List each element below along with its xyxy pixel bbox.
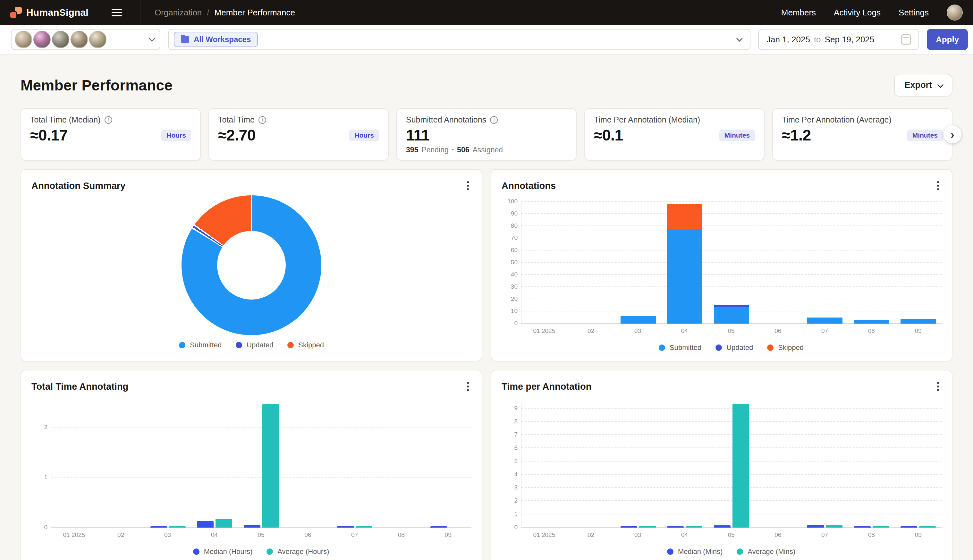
kebab-menu-icon[interactable] [935,380,941,393]
stat-value: ≈0.1 [594,127,623,144]
legend-item[interactable]: Skipped [287,341,324,349]
bar-slot [801,202,848,323]
y-axis-label: 1 [501,511,518,518]
bar-slot [708,403,755,528]
bar-slot [708,202,755,323]
nav-members[interactable]: Members [781,8,816,18]
bar [919,526,936,528]
stacked-bar [807,318,843,323]
stat-label: Submitted Annotations [406,115,486,125]
legend-item[interactable]: Updated [715,343,753,352]
nav-settings[interactable]: Settings [899,8,929,18]
workspace-chip[interactable]: All Workspaces [174,32,258,47]
stats-next-button[interactable]: › [943,125,961,143]
main-content: Member Performance Export Total Time (Me… [0,74,973,560]
breadcrumb-section[interactable]: Organization [155,8,202,18]
x-axis-label: 03 [615,327,661,335]
apply-button[interactable]: Apply [927,29,968,50]
x-axis-label: 01 2025 [51,532,98,538]
members-filter-select[interactable] [11,29,160,50]
export-button[interactable]: Export [894,74,953,97]
legend-item[interactable]: Median (Mins) [667,547,723,556]
bar [901,526,917,528]
bar [430,526,447,528]
info-icon[interactable]: i [490,116,498,124]
card-title: Time per Annotation [501,382,591,392]
x-axis-label: 04 [661,327,708,335]
legend-item[interactable]: Skipped [767,343,804,352]
info-icon[interactable]: i [105,116,112,124]
legend-item[interactable]: Average (Hours) [267,547,329,556]
legend-item[interactable]: Submitted [179,341,222,349]
bar-slot [895,403,942,528]
y-axis-label: 30 [501,283,518,290]
bar-slot [425,403,472,528]
bar-slot [661,202,708,323]
chart-plot-area: 012 [51,403,472,528]
bar [854,526,871,528]
y-axis-label: 0 [31,524,47,531]
kebab-menu-icon[interactable] [464,380,472,393]
date-to: Sep 19, 2025 [825,35,875,45]
date-range-picker[interactable]: Jan 1, 2025 to Sep 19, 2025 [758,29,919,50]
brand-name: HumanSignal [26,7,88,18]
member-avatars [15,31,108,48]
card-title: Total Time Annotating [32,382,128,392]
bar-slot [51,403,98,528]
bar-segment [854,320,889,323]
bar [169,526,186,528]
member-avatar [15,31,32,48]
nav-activity-logs[interactable]: Activity Logs [834,8,881,18]
chevron-down-icon [149,35,155,42]
legend-item[interactable]: Updated [236,341,273,349]
export-label: Export [905,80,932,90]
member-avatar [52,31,69,48]
bar [197,521,213,528]
member-performance-page: HumanSignal Organization / Member Perfor… [0,0,973,560]
y-axis-label: 2 [501,497,518,504]
legend-item[interactable]: Average (Mins) [736,547,795,556]
stat-value: ≈2.70 [218,127,256,144]
info-icon[interactable]: i [258,116,266,124]
legend-item[interactable]: Median (Hours) [193,547,253,556]
bar [873,526,889,528]
legend-dot-icon [287,342,294,348]
legend-label: Skipped [778,343,804,352]
total-time-annotating-card: Total Time Annotating 01201 202502030405… [20,370,482,560]
bar-slot [895,202,942,323]
humansignal-logo[interactable]: HumanSignal [10,7,88,18]
x-axis-label: 07 [801,327,848,335]
legend-item[interactable]: Submitted [659,343,701,352]
stats-row: Total Time (Median) i ≈0.17 Hours Total … [20,108,953,161]
legend-label: Updated [247,341,273,349]
legend-dot-icon [193,548,200,555]
user-avatar[interactable] [947,5,963,20]
y-axis-label: 2 [31,424,47,431]
workspace-filter-select[interactable]: All Workspaces [168,29,750,50]
x-axis-label: 08 [848,327,895,335]
stat-label: Time Per Annotation (Average) [782,115,891,125]
x-axis-label: 01 2025 [521,327,568,335]
y-axis-label: 60 [501,247,518,254]
bar-segment [714,307,749,323]
kebab-menu-icon[interactable] [464,178,472,193]
legend-dot-icon [179,342,185,348]
y-axis-label: 3 [501,484,518,491]
kebab-menu-icon[interactable] [935,178,941,193]
y-axis-label: 1 [31,474,47,481]
x-axis: 01 20250203040506070809 [51,532,472,538]
bar-segment [901,319,936,323]
x-axis-label: 02 [98,532,144,538]
unit-badge: Hours [349,130,379,141]
workspace-chip-label: All Workspaces [194,35,251,44]
donut-hole [217,231,286,300]
menu-icon[interactable] [108,5,126,20]
bar-segment [667,229,702,323]
member-avatar [33,31,51,48]
bar-slot [568,403,615,528]
legend-dot-icon [767,345,773,351]
bar [733,404,749,528]
x-axis-label: 08 [848,532,895,538]
x-axis-label: 04 [661,532,708,538]
stat-card-time-per-annotation-median: Time Per Annotation (Median) ≈0.1 Minute… [584,108,765,161]
